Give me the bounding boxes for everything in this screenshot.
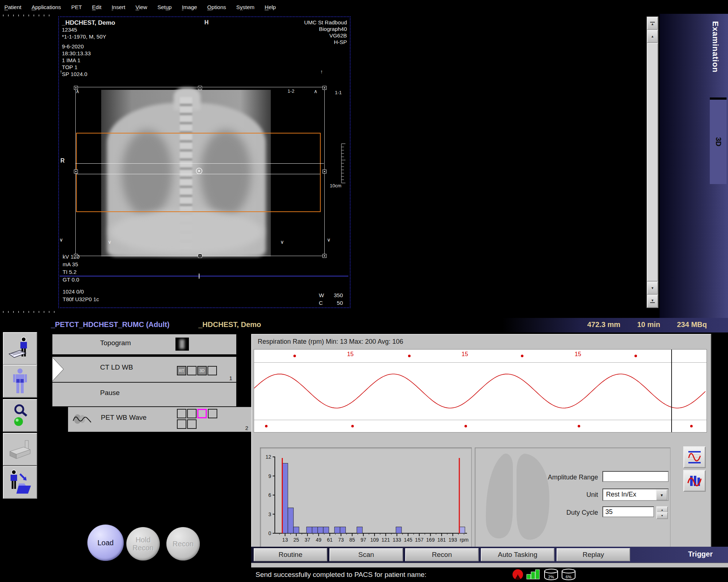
- menu-view[interactable]: View: [135, 4, 147, 10]
- duty-cycle-label: Duty Cycle: [522, 509, 598, 517]
- gantry-position-line[interactable]: [60, 276, 348, 276]
- ct-checkbox-rt[interactable]: RT: [177, 366, 186, 375]
- patient-registration-button[interactable]: [3, 332, 37, 365]
- pet-checkbox-1[interactable]: [177, 409, 186, 418]
- viewport-scrollbar[interactable]: ▲ ▲ ▼ ▼: [646, 16, 658, 308]
- waveform-view-button[interactable]: [683, 446, 706, 468]
- patient-model-button[interactable]: [3, 365, 37, 398]
- pet-checkbox-2[interactable]: [187, 409, 197, 418]
- pet-checkbox-selected[interactable]: [197, 409, 207, 418]
- scan-box-handle[interactable]: [74, 254, 78, 258]
- pet-checkbox-6[interactable]: [187, 419, 197, 429]
- svg-text:121: 121: [381, 537, 390, 543]
- hold-recon-button[interactable]: Hold Recon: [126, 527, 160, 561]
- scan-box-handle[interactable]: [198, 254, 202, 258]
- menu-insert[interactable]: Insert: [112, 4, 126, 10]
- close-patient-button[interactable]: [3, 466, 37, 499]
- step-pet-wb-wave[interactable]: PET WB Wave 2: [68, 407, 253, 432]
- menu-applications[interactable]: Applications: [32, 4, 61, 10]
- respiration-rate-header: Respiration Rate (rpm) Min: 13 Max: 200 …: [258, 338, 403, 346]
- scan-box-handle[interactable]: [323, 254, 327, 258]
- tab-3d[interactable]: 3D: [710, 97, 727, 184]
- scan-box-handle[interactable]: [74, 86, 78, 90]
- tab-recon[interactable]: Recon: [405, 548, 479, 561]
- tab-examination[interactable]: Examination: [711, 21, 720, 73]
- step-pause[interactable]: Pause: [52, 382, 237, 407]
- duty-cycle-spin-down[interactable]: ▼: [656, 512, 668, 519]
- patient-info: _HDCHEST, Demo12345*1-1-1970, M, 50Y9-6-…: [62, 19, 115, 77]
- svg-text:73: 73: [338, 537, 344, 543]
- cycle-rate-label: 15: [347, 351, 354, 358]
- range-marker: ∨: [59, 237, 63, 243]
- waveform-time-cursor[interactable]: [671, 350, 672, 432]
- range-marker: ∧: [314, 88, 317, 94]
- step-pet-number: 2: [245, 425, 248, 431]
- step-ct-ld-wb[interactable]: CT LD WB RT 3D 1: [52, 356, 237, 382]
- scan-summary: 472.3 mm 10 min 234 MBq: [587, 320, 707, 329]
- respiration-waveform: [254, 363, 707, 419]
- ct-checkbox-3d[interactable]: 3D: [197, 366, 207, 375]
- protocol-name: _PETCT_HDCHEST_RUMC (Adult): [51, 320, 170, 329]
- database-disk-percent: 6%: [566, 575, 571, 579]
- range-divider-line[interactable]: [75, 163, 324, 164]
- patient-info-line: 9-6-2020: [62, 43, 115, 50]
- duty-cycle-input[interactable]: [602, 506, 654, 517]
- unit-dropdown[interactable]: Rest In/Ex ▼: [602, 489, 669, 501]
- menu-pet[interactable]: PET: [71, 4, 82, 10]
- menu-setup[interactable]: Setup: [157, 4, 171, 10]
- menu-options[interactable]: Options: [207, 4, 226, 10]
- load-button[interactable]: Load: [87, 525, 124, 561]
- histogram-panel: 0369121325374961738597109121133145157169…: [260, 447, 472, 548]
- scan-box-handle[interactable]: [323, 86, 327, 90]
- image-info-line: T80f U32P0 1c: [63, 295, 99, 303]
- range-marker: ∨: [327, 237, 331, 243]
- step-pause-label: Pause: [100, 389, 120, 397]
- svg-text:157: 157: [415, 537, 424, 543]
- ct-checkbox-2[interactable]: [187, 366, 197, 375]
- scrollbar-thumb[interactable]: [647, 43, 658, 282]
- pet-checkbox-4[interactable]: [208, 409, 217, 418]
- patient-table-button[interactable]: [3, 433, 37, 466]
- patient-info-line: 18:30:13.33: [62, 50, 115, 57]
- activity-value: 234 MBq: [677, 320, 707, 329]
- svg-text:169: 169: [426, 537, 435, 543]
- menu-image[interactable]: Image: [182, 4, 197, 10]
- gating-options-panel: Amplitude Range Unit Rest In/Ex ▼ Duty C…: [475, 447, 670, 548]
- respiration-rate-histogram: 0369121325374961738597109121133145157169…: [260, 448, 471, 547]
- svg-text:13: 13: [282, 537, 288, 543]
- trigger-strip-bottom: [254, 420, 707, 432]
- dropdown-arrow-icon[interactable]: ▼: [656, 490, 668, 501]
- histogram-view-button[interactable]: [683, 470, 706, 492]
- menu-patient[interactable]: Patient: [4, 4, 21, 10]
- scroll-up-button[interactable]: ▲: [647, 30, 658, 43]
- menu-help[interactable]: Help: [265, 4, 276, 10]
- tab-trigger[interactable]: Trigger: [688, 550, 713, 558]
- topogram-thumbnail[interactable]: [175, 338, 189, 351]
- tab-scan[interactable]: Scan: [329, 548, 403, 561]
- pet-checkbox-5[interactable]: [177, 419, 186, 429]
- ct-checkbox-4[interactable]: [207, 366, 217, 375]
- scan-box-handle[interactable]: [198, 86, 202, 90]
- amplitude-range-input[interactable]: [602, 471, 669, 482]
- tab-routine[interactable]: Routine: [254, 548, 327, 561]
- scan-box-handle[interactable]: [74, 170, 78, 174]
- window-width-label: W: [319, 291, 324, 299]
- trigger-dot: [464, 425, 467, 427]
- step-topogram[interactable]: Topogram: [52, 334, 237, 355]
- topogram-viewport[interactable]: 10cm 1-2 1-1 _HDCHEST, Demo12345*1-1-197…: [58, 16, 351, 308]
- tab-replay[interactable]: Replay: [557, 548, 630, 561]
- scroll-top-button[interactable]: ▲: [647, 17, 658, 30]
- trigger-panel: Respiration Rate (rpm) Min: 13 Max: 200 …: [251, 334, 711, 548]
- cycle-rate-label: 15: [575, 351, 581, 358]
- respiration-waveform-area: 151515: [254, 349, 707, 432]
- menu-bar: PatientApplicationsPETEditInsertViewSetu…: [0, 0, 728, 14]
- tab-auto-tasking[interactable]: Auto Tasking: [481, 548, 554, 561]
- scroll-down-button[interactable]: ▼: [647, 282, 658, 295]
- orientation-marker-head: H: [205, 19, 209, 26]
- patient-browser-button[interactable]: [3, 399, 37, 432]
- menu-edit[interactable]: Edit: [92, 4, 102, 10]
- menu-system[interactable]: System: [236, 4, 254, 10]
- scan-box-handle[interactable]: [323, 170, 327, 174]
- scroll-bottom-button[interactable]: ▼: [647, 295, 658, 308]
- recon-button[interactable]: Recon: [166, 527, 200, 561]
